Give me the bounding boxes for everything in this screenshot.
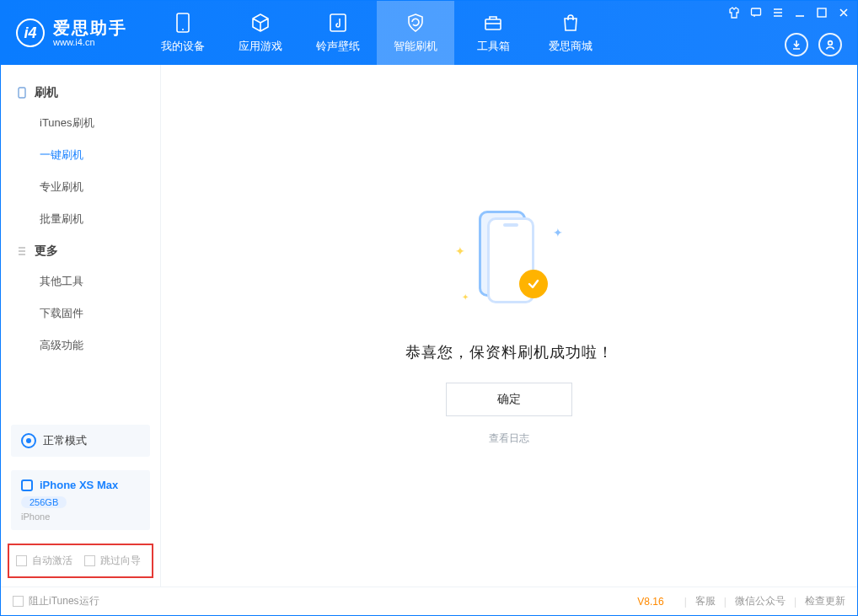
tab-ringtone-wallpaper[interactable]: 铃声壁纸 — [299, 1, 377, 65]
sidebar-item-pro-flash[interactable]: 专业刷机 — [1, 171, 160, 203]
footer-link-check-update[interactable]: 检查更新 — [805, 594, 845, 608]
maximize-icon[interactable] — [815, 6, 829, 19]
tab-toolbox[interactable]: 工具箱 — [454, 1, 532, 65]
device-name: iPhone XS Max — [40, 479, 118, 491]
svg-rect-7 — [19, 88, 25, 98]
tab-label: 我的设备 — [161, 39, 205, 54]
checkbox-block-itunes[interactable]: 阻止iTunes运行 — [13, 594, 99, 608]
tab-smart-flash[interactable]: 智能刷机 — [377, 1, 454, 65]
cube-icon — [249, 12, 272, 34]
sparkle-icon: ✦ — [553, 226, 563, 239]
feedback-icon[interactable] — [749, 6, 763, 19]
device-storage-pill: 256GB — [21, 496, 67, 508]
ok-button[interactable]: 确定 — [446, 383, 572, 416]
svg-rect-3 — [485, 19, 501, 29]
footer-link-customer-service[interactable]: 客服 — [695, 594, 716, 608]
mode-indicator-icon — [21, 433, 36, 448]
close-icon[interactable] — [837, 6, 850, 19]
sidebar-group-label: 更多 — [35, 244, 58, 259]
main-content: ✦ ✦ ✦ 恭喜您，保资料刷机成功啦！ 确定 查看日志 — [161, 65, 857, 587]
sidebar-item-download-firmware[interactable]: 下载固件 — [1, 297, 160, 329]
downloads-button[interactable] — [785, 33, 808, 56]
check-badge-icon — [519, 270, 548, 298]
tab-label: 应用游戏 — [239, 39, 282, 54]
checkbox-auto-activate[interactable]: 自动激活 — [16, 554, 72, 568]
tab-label: 爱思商城 — [549, 39, 593, 54]
titlebar: i4 爱思助手 www.i4.cn 我的设备 应用游戏 铃声壁纸 智能刷机 — [1, 1, 857, 65]
sidebar-item-advanced[interactable]: 高级功能 — [1, 329, 160, 362]
svg-point-6 — [829, 41, 833, 46]
window-controls — [727, 6, 850, 19]
svg-point-1 — [182, 29, 184, 30]
app-window: i4 爱思助手 www.i4.cn 我的设备 应用游戏 铃声壁纸 智能刷机 — [0, 0, 858, 616]
checkbox-label: 阻止iTunes运行 — [29, 594, 99, 608]
footer-link-wechat[interactable]: 微信公众号 — [735, 594, 786, 608]
shopping-bag-icon — [559, 12, 582, 34]
minimize-icon[interactable] — [793, 6, 807, 19]
account-button[interactable] — [818, 33, 842, 56]
svg-rect-2 — [330, 14, 346, 31]
brand-name: 爱思助手 — [53, 19, 127, 37]
sidebar-item-oneclick-flash[interactable]: 一键刷机 — [1, 139, 160, 171]
sidebar-item-other-tools[interactable]: 其他工具 — [1, 265, 160, 297]
shield-refresh-icon — [404, 12, 427, 34]
tab-my-device[interactable]: 我的设备 — [144, 1, 222, 65]
tab-label: 智能刷机 — [394, 39, 437, 54]
tab-label: 铃声壁纸 — [316, 39, 360, 54]
view-log-link[interactable]: 查看日志 — [489, 431, 529, 446]
menu-icon[interactable] — [771, 6, 785, 19]
svg-rect-5 — [818, 8, 826, 17]
sparkle-icon: ✦ — [455, 244, 465, 258]
device-card[interactable]: iPhone XS Max 256GB iPhone — [11, 470, 150, 530]
tab-apps-games[interactable]: 应用游戏 — [222, 1, 299, 65]
tab-label: 工具箱 — [477, 39, 510, 54]
brand-text: 爱思助手 www.i4.cn — [53, 19, 127, 47]
checkbox-label: 自动激活 — [32, 554, 72, 568]
header-right-buttons — [785, 33, 842, 56]
mode-card[interactable]: 正常模式 — [11, 425, 150, 457]
sidebar-item-itunes-flash[interactable]: iTunes刷机 — [1, 107, 160, 139]
checkbox-skip-guide[interactable]: 跳过向导 — [84, 554, 141, 568]
device-small-icon — [16, 87, 28, 99]
checkbox-icon — [16, 555, 27, 566]
sidebar-item-batch-flash[interactable]: 批量刷机 — [1, 203, 160, 235]
device-type: iPhone — [21, 512, 140, 522]
top-tabs: 我的设备 应用游戏 铃声壁纸 智能刷机 工具箱 爱思商城 — [144, 1, 609, 65]
music-note-icon — [326, 12, 350, 34]
sparkle-icon: ✦ — [462, 292, 469, 302]
success-message: 恭喜您，保资料刷机成功啦！ — [405, 342, 614, 362]
sidebar: 刷机 iTunes刷机 一键刷机 专业刷机 批量刷机 更多 其他工具 下载固件 … — [1, 65, 161, 587]
highlighted-options: 自动激活 跳过向导 — [8, 544, 153, 578]
body: 刷机 iTunes刷机 一键刷机 专业刷机 批量刷机 更多 其他工具 下载固件 … — [1, 65, 857, 587]
brand-block: i4 爱思助手 www.i4.cn — [1, 1, 139, 65]
checkbox-icon — [13, 596, 24, 607]
success-illustration: ✦ ✦ ✦ — [450, 206, 568, 324]
checkbox-icon — [84, 555, 95, 566]
checkbox-label: 跳过向导 — [100, 554, 141, 568]
list-icon — [16, 245, 28, 257]
toolbox-icon — [481, 12, 505, 34]
skin-icon[interactable] — [727, 6, 741, 19]
svg-rect-4 — [752, 8, 761, 15]
version-label: V8.16 — [637, 596, 663, 608]
mode-label: 正常模式 — [43, 433, 87, 448]
phone-icon — [171, 12, 195, 34]
brand-url: www.i4.cn — [53, 37, 127, 47]
footer: 阻止iTunes运行 V8.16 | 客服 | 微信公众号 | 检查更新 — [1, 587, 857, 615]
sidebar-group-flash: 刷机 — [1, 77, 160, 107]
brand-logo-icon: i4 — [16, 19, 45, 47]
sidebar-group-label: 刷机 — [35, 85, 58, 100]
tab-store[interactable]: 爱思商城 — [532, 1, 609, 65]
device-phone-icon — [21, 479, 33, 491]
sidebar-group-more: 更多 — [1, 235, 160, 265]
